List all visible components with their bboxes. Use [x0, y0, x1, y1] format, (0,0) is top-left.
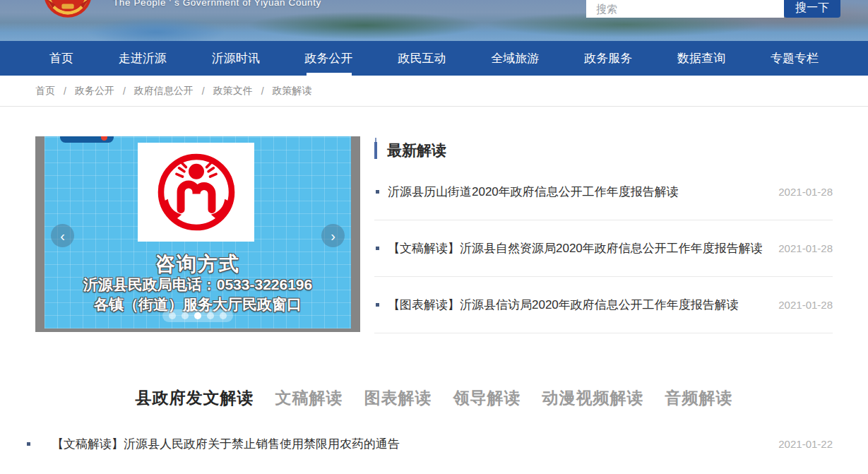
carousel-prev-button[interactable]: ‹ — [51, 224, 74, 247]
list-item[interactable]: 【文稿解读】沂源县人民政府关于禁止销售使用禁限用农药的通告 2021-01-22 — [27, 430, 833, 457]
nav-item-home[interactable]: 首页 — [42, 41, 81, 76]
national-emblem-logo[interactable] — [42, 0, 93, 20]
nav-item-tourism[interactable]: 全域旅游 — [484, 41, 546, 76]
nav-item-public-interaction[interactable]: 政民互动 — [391, 41, 453, 76]
article-title[interactable]: 【文稿解读】沂源县人民政府关于禁止销售使用禁限用农药的通告 — [52, 436, 764, 452]
carousel-dot[interactable] — [207, 312, 214, 319]
carousel-caption-phone: 沂源县民政局电话：0533-3226196 — [44, 275, 351, 295]
carousel-dot[interactable] — [169, 312, 176, 319]
news-date: 2021-01-28 — [778, 186, 833, 198]
list-item[interactable]: 【文稿解读】沂源县自然资源局2020年政府信息公开工作年度报告解读 2021-0… — [374, 220, 833, 277]
tab-chart-interpretation[interactable]: 图表解读 — [364, 387, 432, 409]
news-date: 2021-01-28 — [778, 299, 833, 311]
search-bar: 搜一下 — [586, 0, 840, 18]
nav-item-special-columns[interactable]: 专题专栏 — [763, 41, 826, 76]
news-title[interactable]: 沂源县历山街道2020年政府信息公开工作年度报告解读 — [388, 184, 764, 200]
search-input[interactable] — [586, 0, 784, 18]
article-date: 2021-01-22 — [778, 438, 833, 450]
nav-item-data-query[interactable]: 数据查询 — [670, 41, 732, 76]
main-content: 咨询方式 沂源县民政局电话：0533-3226196 各镇（街道）服务大厅民政窗… — [35, 136, 833, 333]
bullet-icon — [376, 190, 379, 194]
news-title[interactable]: 【图表解读】沂源县信访局2020年政府信息公开工作年度报告解读 — [388, 297, 764, 313]
nav-item-services[interactable]: 政务服务 — [577, 41, 639, 76]
minzheng-logo-icon — [153, 149, 239, 235]
tab-audio-interpretation[interactable]: 音频解读 — [665, 387, 733, 409]
article-list: 【文稿解读】沂源县人民政府关于禁止销售使用禁限用农药的通告 2021-01-22 — [27, 430, 833, 457]
bullet-icon — [376, 303, 379, 307]
section-accent-bar — [374, 142, 377, 159]
tab-county-gov-interpretation[interactable]: 县政府发文解读 — [136, 387, 254, 409]
breadcrumb-separator: / — [261, 85, 264, 97]
carousel-next-button[interactable]: › — [321, 224, 345, 247]
section-title: 最新解读 — [387, 141, 446, 160]
breadcrumb-policy-files[interactable]: 政策文件 — [213, 85, 253, 97]
list-item[interactable]: 【图表解读】沂源县信访局2020年政府信息公开工作年度报告解读 2021-01-… — [374, 277, 833, 333]
breadcrumb-policy-interpretation: 政策解读 — [273, 85, 312, 97]
carousel-dot-active[interactable] — [194, 312, 201, 319]
site-english-title: The People ' s Government of Yiyuan Coun… — [113, 0, 321, 8]
breadcrumb-separator: / — [64, 85, 66, 97]
tab-text-interpretation[interactable]: 文稿解读 — [275, 387, 343, 409]
nav-item-about-yiyuan[interactable]: 走进沂源 — [112, 41, 174, 76]
breadcrumb-separator: / — [123, 85, 126, 97]
carousel: 咨询方式 沂源县民政局电话：0533-3226196 各镇（街道）服务大厅民政窗… — [35, 136, 360, 332]
nav-item-government-affairs[interactable]: 政务公开 — [298, 41, 360, 76]
tab-leader-interpretation[interactable]: 领导解读 — [453, 387, 521, 409]
latest-section-header: 最新解读 — [374, 136, 833, 164]
list-item[interactable]: 沂源县历山街道2020年政府信息公开工作年度报告解读 2021-01-28 — [374, 164, 833, 220]
carousel-slide[interactable]: 咨询方式 沂源县民政局电话：0533-3226196 各镇（街道）服务大厅民政窗… — [44, 136, 351, 328]
breadcrumb-separator: / — [202, 85, 205, 97]
news-title[interactable]: 【文稿解读】沂源县自然资源局2020年政府信息公开工作年度报告解读 — [388, 240, 764, 256]
main-nav: 首页 走进沂源 沂源时讯 政务公开 政民互动 全域旅游 政务服务 数据查询 专题… — [0, 41, 868, 76]
carousel-dot[interactable] — [182, 312, 189, 319]
carousel-dot[interactable] — [220, 312, 227, 319]
breadcrumb-gov-affairs[interactable]: 政务公开 — [75, 85, 114, 97]
bullet-icon — [376, 247, 379, 250]
tab-animation-video-interpretation[interactable]: 动漫视频解读 — [542, 387, 644, 409]
civil-affairs-logo-card — [138, 143, 254, 242]
carousel-caption-title: 咨询方式 — [44, 251, 351, 278]
slide-decoration-dot — [101, 136, 107, 141]
header-banner: The People ' s Government of Yiyuan Coun… — [0, 0, 868, 41]
bullet-icon — [27, 442, 30, 446]
latest-section: 最新解读 沂源县历山街道2020年政府信息公开工作年度报告解读 2021-01-… — [374, 136, 833, 333]
news-date: 2021-01-28 — [778, 242, 833, 254]
breadcrumb-home[interactable]: 首页 — [35, 85, 55, 97]
breadcrumb-gov-info[interactable]: 政府信息公开 — [134, 85, 194, 97]
carousel-dots — [162, 309, 233, 322]
nav-item-yiyuan-news[interactable]: 沂源时讯 — [205, 41, 267, 76]
slide-decoration — [60, 136, 114, 143]
search-button[interactable]: 搜一下 — [784, 0, 840, 18]
breadcrumb: 首页 / 政务公开 / 政府信息公开 / 政策文件 / 政策解读 — [0, 76, 868, 107]
interpretation-tabs: 县政府发文解读 文稿解读 图表解读 领导解读 动漫视频解读 音频解读 — [0, 387, 868, 409]
